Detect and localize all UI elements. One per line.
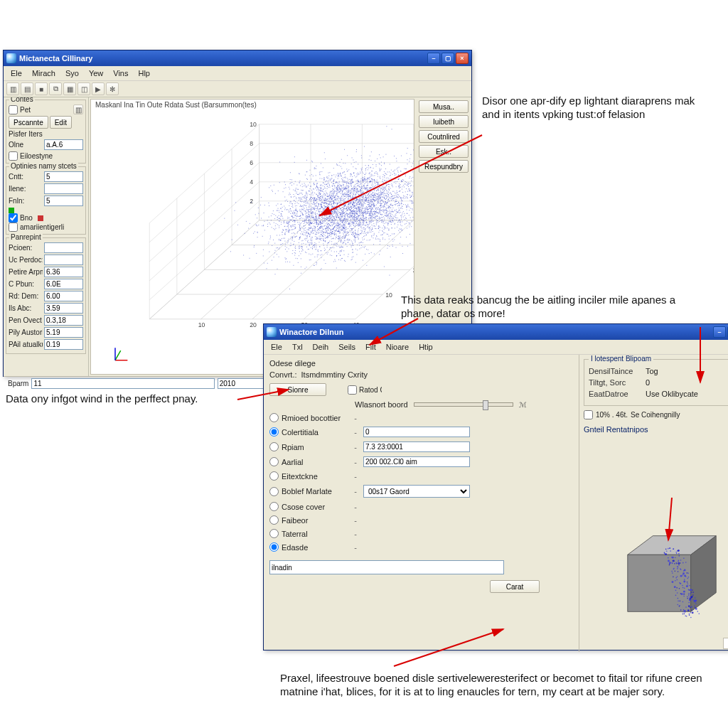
svg-rect-2675 bbox=[378, 196, 379, 197]
amari-checkbox[interactable] bbox=[9, 223, 18, 232]
side-row-input[interactable] bbox=[44, 303, 83, 314]
menu-ele[interactable]: Ele bbox=[6, 68, 26, 79]
contes-mini-icon[interactable]: ▥ bbox=[73, 105, 83, 114]
menu2-ele[interactable]: Ele bbox=[267, 341, 287, 353]
side-row-input[interactable] bbox=[44, 327, 83, 338]
respundbry-button[interactable]: Respundbry bbox=[419, 160, 469, 173]
carat-button[interactable]: Carat bbox=[490, 580, 540, 593]
tool-save-icon[interactable]: ■ bbox=[35, 82, 48, 95]
viewport-slider[interactable] bbox=[414, 402, 513, 407]
side-row-input[interactable] bbox=[44, 291, 83, 301]
radio-option[interactable] bbox=[269, 487, 279, 496]
svg-rect-1780 bbox=[321, 188, 322, 189]
radio-text-input[interactable] bbox=[363, 456, 470, 467]
elestysie-checkbox[interactable] bbox=[9, 151, 18, 161]
radio-select[interactable]: 00s17 Gaord bbox=[363, 485, 470, 498]
svg-rect-1789 bbox=[405, 224, 405, 225]
radio-text-input[interactable] bbox=[363, 427, 470, 437]
svg-rect-1407 bbox=[336, 215, 336, 216]
radio-option[interactable] bbox=[269, 471, 279, 481]
iuibeth-button[interactable]: Iuibeth bbox=[419, 115, 469, 128]
svg-rect-4310 bbox=[333, 209, 333, 210]
menu-mirach[interactable]: Mirach bbox=[28, 68, 60, 79]
radio-option[interactable] bbox=[269, 529, 279, 538]
musa-button[interactable]: Musa.. bbox=[419, 100, 469, 113]
menu-yew[interactable]: Yew bbox=[85, 68, 107, 79]
svg-rect-493 bbox=[332, 238, 333, 239]
tool-chart-icon[interactable]: ◫ bbox=[77, 82, 90, 95]
svg-rect-1154 bbox=[368, 178, 369, 178]
svg-rect-1098 bbox=[335, 243, 336, 244]
close-button[interactable]: × bbox=[456, 53, 469, 64]
menu2-nioare[interactable]: Nioare bbox=[382, 341, 413, 353]
svg-rect-53 bbox=[365, 220, 366, 220]
svg-rect-739 bbox=[264, 263, 264, 264]
tool-grid-icon[interactable]: ▦ bbox=[63, 82, 76, 95]
radio-option[interactable] bbox=[269, 427, 279, 437]
tool-play-icon[interactable]: ▶ bbox=[92, 82, 105, 95]
fnln-input[interactable] bbox=[44, 196, 83, 206]
svg-rect-2400 bbox=[379, 219, 380, 220]
cntt-input[interactable] bbox=[44, 171, 83, 182]
menu-hlp[interactable]: Hlp bbox=[134, 68, 154, 79]
side-row-input[interactable] bbox=[44, 339, 83, 350]
upperdoc-input[interactable] bbox=[44, 255, 83, 265]
ratod-checkbox[interactable] bbox=[348, 385, 357, 395]
menu2-filt[interactable]: Filt bbox=[361, 341, 380, 353]
svg-rect-714 bbox=[373, 225, 374, 226]
tool-new-icon[interactable]: ▥ bbox=[6, 82, 19, 95]
side-row-input[interactable] bbox=[44, 267, 83, 277]
menu2-seils[interactable]: Seils bbox=[334, 341, 360, 353]
maximize-button[interactable]: ▢ bbox=[441, 53, 454, 64]
svg-rect-2605 bbox=[322, 223, 323, 223]
bno-checkbox[interactable] bbox=[9, 213, 18, 223]
minimize-button[interactable]: – bbox=[713, 326, 726, 338]
ilene-input[interactable] bbox=[44, 183, 83, 194]
status-field-a[interactable] bbox=[31, 378, 214, 389]
radio-option[interactable] bbox=[269, 515, 279, 525]
radio-option[interactable] bbox=[269, 502, 279, 511]
slider-thumb-icon[interactable] bbox=[483, 400, 488, 410]
free-text-input[interactable] bbox=[269, 560, 504, 574]
menu2-htip[interactable]: Htip bbox=[414, 341, 437, 353]
side-row-input[interactable] bbox=[44, 315, 83, 326]
radio-option[interactable] bbox=[269, 542, 279, 552]
fnln-label: Fnln: bbox=[9, 197, 43, 205]
svg-rect-2938 bbox=[358, 216, 359, 217]
contes-checkbox[interactable] bbox=[9, 105, 18, 114]
radio-option[interactable] bbox=[269, 413, 279, 422]
radio-option[interactable] bbox=[269, 442, 279, 451]
radio-option[interactable] bbox=[269, 457, 279, 466]
svg-rect-4140 bbox=[367, 167, 368, 168]
svg-rect-3709 bbox=[291, 230, 292, 230]
win1-titlebar[interactable]: Mictanecta Cillinary – ▢ × bbox=[4, 50, 471, 66]
menu2-deih[interactable]: Deih bbox=[309, 341, 333, 353]
olne-input[interactable] bbox=[44, 139, 83, 150]
svg-rect-3882 bbox=[331, 241, 332, 242]
tool-gear-icon[interactable]: ✻ bbox=[106, 82, 119, 95]
edit-button[interactable]: Edit bbox=[50, 116, 72, 129]
coutnlired-button[interactable]: Coutnlired bbox=[419, 130, 469, 143]
menu-vins[interactable]: Vins bbox=[109, 68, 132, 79]
svg-rect-3538 bbox=[344, 196, 345, 197]
menu-syo[interactable]: Syo bbox=[61, 68, 83, 79]
tab-label[interactable]: Odese dilege bbox=[269, 359, 573, 368]
menu2-txl[interactable]: Txl bbox=[288, 341, 307, 353]
tool-copy-icon[interactable]: ⧉ bbox=[49, 82, 62, 95]
svg-rect-1970 bbox=[348, 206, 349, 207]
esk-button[interactable]: Esk.. bbox=[419, 145, 469, 158]
svg-rect-4030 bbox=[365, 198, 365, 198]
tool-open-icon[interactable]: ▤ bbox=[21, 82, 33, 95]
sionre-button[interactable]: Sionre bbox=[269, 383, 326, 396]
svg-rect-1787 bbox=[373, 220, 374, 221]
svg-rect-4060 bbox=[412, 171, 413, 172]
side-row-input[interactable] bbox=[44, 279, 83, 289]
svg-rect-3504 bbox=[326, 200, 326, 200]
svg-rect-3924 bbox=[342, 194, 343, 195]
radio-text-input[interactable] bbox=[363, 441, 470, 452]
pcoen-input[interactable] bbox=[44, 242, 83, 253]
win2-titlebar[interactable]: Winactore Dilnun – ▢ × bbox=[264, 324, 728, 340]
minimize-button[interactable]: – bbox=[427, 53, 440, 64]
se-checkbox[interactable] bbox=[584, 410, 593, 419]
params-button[interactable]: Pscannte bbox=[9, 116, 48, 129]
